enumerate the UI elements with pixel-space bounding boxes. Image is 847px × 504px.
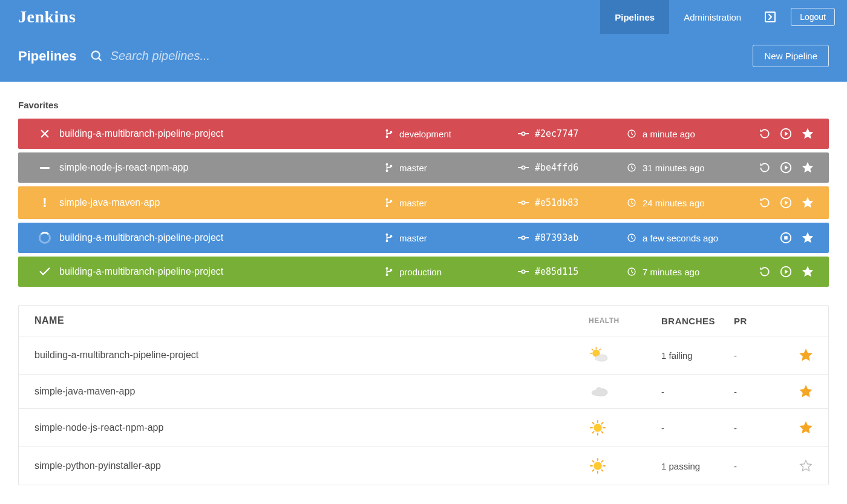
pipeline-name: simple-java-maven-app	[34, 386, 589, 397]
time: a minute ago	[627, 129, 748, 139]
brand-logo: Jenkins	[18, 7, 76, 27]
rerun-button[interactable]	[759, 197, 771, 209]
svg-point-39	[386, 273, 388, 276]
svg-point-5	[386, 129, 388, 132]
svg-line-63	[601, 422, 603, 424]
pipeline-name: simple-python-pyinstaller-app	[34, 460, 589, 471]
favorite-star-icon[interactable]	[799, 385, 813, 398]
nav-pipelines[interactable]: Pipelines	[600, 0, 669, 34]
commit-icon	[518, 200, 529, 206]
clock-icon	[627, 129, 636, 139]
table-row[interactable]: building-a-multibranch-pipeline-project1…	[19, 336, 828, 375]
time: a few seconds ago	[627, 233, 748, 243]
svg-point-65	[594, 462, 602, 470]
favorite-star-icon[interactable]	[801, 127, 814, 140]
favorite-card[interactable]: building-a-multibranch-pipeline-projectd…	[18, 119, 829, 149]
svg-point-14	[386, 169, 388, 172]
svg-line-61	[592, 422, 594, 424]
branches-value: -	[661, 387, 734, 397]
pr-value: -	[734, 423, 794, 433]
branch: master	[385, 162, 518, 173]
health-icon	[589, 384, 661, 399]
table-row[interactable]: simple-java-maven-app--	[19, 375, 828, 409]
branches-value: 1 failing	[661, 350, 734, 361]
favorite-card[interactable]: !simple-java-maven-appmaster#e51db8324 m…	[18, 186, 829, 219]
favorite-star-icon[interactable]	[801, 265, 814, 278]
table-row[interactable]: simple-node-js-react-npm-app--	[19, 409, 828, 447]
svg-rect-0	[765, 12, 775, 22]
pr-value: -	[734, 387, 794, 397]
svg-point-24	[522, 201, 525, 204]
svg-point-56	[594, 424, 602, 432]
pipeline-name: building-a-multibranch-pipeline-project	[57, 232, 385, 243]
status-icon	[33, 167, 57, 169]
commit: #e85d115	[518, 266, 627, 277]
svg-line-72	[601, 460, 603, 462]
stop-button[interactable]	[779, 231, 793, 244]
favorite-card[interactable]: building-a-multibranch-pipeline-projectm…	[18, 223, 829, 253]
pipeline-name: building-a-multibranch-pipeline-project	[57, 128, 385, 139]
branch: development	[385, 128, 518, 139]
branch: master	[385, 197, 518, 208]
svg-line-2	[98, 57, 101, 61]
svg-rect-37	[784, 236, 788, 240]
play-button[interactable]	[779, 161, 793, 174]
rerun-button[interactable]	[759, 266, 771, 278]
svg-line-62	[601, 431, 603, 433]
svg-point-1	[91, 51, 99, 59]
favorite-star-icon[interactable]	[799, 421, 813, 434]
commit-icon	[518, 235, 529, 241]
favorite-star-icon[interactable]	[801, 161, 814, 174]
favorites-section-title: Favorites	[18, 100, 829, 110]
favorite-star-icon[interactable]	[799, 349, 813, 362]
commit: #be4ffd6	[518, 162, 627, 173]
favorite-star-icon[interactable]	[801, 196, 814, 209]
time: 31 minutes ago	[627, 163, 748, 173]
header-health: HEALTH	[589, 316, 661, 325]
rerun-button[interactable]	[759, 162, 771, 174]
play-button[interactable]	[779, 196, 793, 209]
favorites-list: building-a-multibranch-pipeline-projectd…	[18, 119, 829, 287]
favorite-card[interactable]: simple-node-js-react-npm-appmaster#be4ff…	[18, 152, 829, 183]
play-button[interactable]	[779, 265, 793, 278]
branch: production	[385, 266, 518, 277]
commit-icon	[518, 165, 529, 171]
svg-point-32	[522, 236, 525, 239]
health-icon	[589, 346, 661, 364]
branch-icon	[385, 128, 393, 139]
svg-point-21	[386, 198, 388, 201]
search-input[interactable]	[111, 49, 353, 63]
clock-icon	[627, 267, 636, 277]
header-branches: BRANCHES	[661, 316, 734, 326]
health-icon	[589, 457, 661, 475]
pipeline-name: simple-java-maven-app	[57, 197, 385, 208]
rerun-button[interactable]	[759, 128, 771, 140]
branch-icon	[385, 162, 393, 173]
branches-value: 1 passing	[661, 461, 734, 471]
branches-value: -	[661, 423, 734, 433]
favorite-star-icon[interactable]	[801, 231, 814, 244]
pipeline-name: simple-node-js-react-npm-app	[57, 162, 385, 173]
nav-administration[interactable]: Administration	[669, 0, 756, 34]
svg-point-30	[386, 240, 388, 242]
exit-icon[interactable]	[756, 0, 785, 34]
svg-point-8	[522, 132, 525, 135]
logout-button[interactable]: Logout	[791, 8, 835, 26]
pipeline-table: NAME HEALTH BRANCHES PR building-a-multi…	[18, 305, 829, 485]
pr-value: -	[734, 350, 794, 361]
search-icon	[90, 50, 103, 63]
svg-point-16	[522, 166, 525, 169]
new-pipeline-button[interactable]: New Pipeline	[753, 45, 829, 67]
svg-point-41	[522, 270, 525, 273]
svg-point-22	[386, 205, 388, 207]
play-button[interactable]	[779, 127, 793, 140]
table-row[interactable]: simple-python-pyinstaller-app1 passing-	[19, 447, 828, 485]
clock-icon	[627, 198, 636, 208]
branch: master	[385, 232, 518, 243]
favorite-card[interactable]: building-a-multibranch-pipeline-projectp…	[18, 257, 829, 287]
favorite-star-icon[interactable]	[799, 459, 813, 473]
health-icon	[589, 419, 661, 437]
svg-line-70	[592, 460, 594, 462]
branch-icon	[385, 232, 393, 243]
time: 7 minutes ago	[627, 267, 748, 277]
